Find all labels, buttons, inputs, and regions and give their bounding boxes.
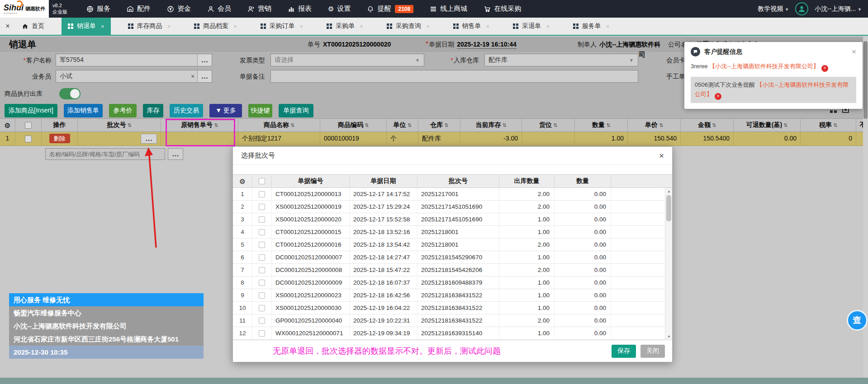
scrollbar-thumb[interactable]: [863, 41, 868, 119]
sort-icon[interactable]: ⇅: [127, 122, 131, 128]
row-checkbox[interactable]: [259, 280, 265, 286]
dialog-settings-cell[interactable]: ⚙: [233, 175, 252, 187]
menu-item-reports[interactable]: 报表: [288, 5, 312, 13]
close-icon[interactable]: ×: [486, 23, 490, 30]
close-icon[interactable]: ×: [659, 151, 664, 161]
column-header[interactable]: 操作 ⇅: [42, 119, 78, 131]
toolbar-button[interactable]: 单据查询: [279, 104, 313, 117]
menu-item-reminders[interactable]: 提醒 2108: [367, 5, 413, 13]
dialog-column-header[interactable]: 数量: [555, 175, 611, 187]
row-checkbox[interactable]: [259, 318, 265, 324]
close-icon[interactable]: ×: [426, 23, 430, 30]
row-checkbox[interactable]: [259, 229, 265, 235]
invoice-type-select[interactable]: 请选择 ▼: [270, 54, 424, 66]
menu-item-service[interactable]: 服务: [86, 5, 110, 13]
dialog-table-row[interactable]: 10 XS00012025120000030 2025-12-19 16:04:…: [233, 302, 672, 314]
menu-item-parts[interactable]: 配件: [127, 5, 151, 13]
sort-icon[interactable]: ⇅: [290, 122, 294, 128]
tab-item[interactable]: 采购订单 ×: [254, 18, 310, 35]
column-header[interactable]: 原销售单号 ⇅: [161, 119, 238, 131]
delete-button[interactable]: 删除: [49, 134, 70, 143]
lookup-ellipsis-button[interactable]: …: [197, 54, 212, 66]
sort-icon[interactable]: ⇅: [444, 122, 448, 128]
dialog-column-header[interactable]: 出库数量: [499, 175, 555, 187]
menu-item-funds[interactable]: 资金: [167, 5, 191, 13]
close-icon[interactable]: ×: [546, 23, 550, 30]
dialog-scrollbar[interactable]: ▲ ▼: [665, 188, 672, 340]
tab-item[interactable]: 库存商品 ×: [122, 18, 177, 35]
toolbar-button[interactable]: 添加销售单: [64, 104, 103, 117]
sort-icon[interactable]: ⇅: [606, 122, 610, 128]
row-checkbox[interactable]: [259, 267, 265, 273]
row-checkbox[interactable]: [259, 305, 265, 311]
tab-item[interactable]: 销退单 ×: [62, 18, 111, 35]
tutorial-video-link[interactable]: 教学视频▼: [758, 5, 789, 13]
dialog-table-row[interactable]: 1 CT00012025120000013 2025-12-17 14:17:5…: [233, 188, 672, 201]
sort-icon[interactable]: ⇅: [365, 122, 369, 128]
user-menu[interactable]: 小沈--上海驷...▼: [815, 5, 862, 13]
column-header[interactable]: 单位 ⇅: [387, 119, 418, 131]
remark-field[interactable]: [270, 70, 638, 83]
column-header[interactable]: 当前库存 ⇅: [460, 119, 522, 131]
clear-icon[interactable]: ×: [188, 73, 197, 80]
salesman-field[interactable]: × …: [56, 70, 212, 83]
toolbar-button[interactable]: ▼ 更多: [209, 104, 242, 117]
menu-item-member[interactable]: 会员: [207, 5, 231, 13]
scroll-up-icon[interactable]: ▲: [665, 188, 672, 194]
outbound-toggle[interactable]: [59, 88, 81, 99]
dialog-table-row[interactable]: 12 WX00012025120000071 2025-12-19 09:34:…: [233, 327, 672, 340]
column-header[interactable]: 仓库 ⇅: [418, 119, 460, 131]
menu-item-marketing[interactable]: 营销: [247, 5, 271, 13]
dialog-table-row[interactable]: 8 DC00012025120000009 2025-12-18 16:07:3…: [233, 276, 672, 289]
close-icon[interactable]: ×: [101, 23, 104, 30]
document-date-field[interactable]: *单据日期2025-12-19 16:10:44: [426, 40, 517, 49]
toolbar-button[interactable]: 快捷键: [248, 104, 272, 117]
remove-badge-icon[interactable]: ×: [715, 93, 721, 100]
select-all-checkbox[interactable]: [25, 122, 32, 129]
close-icon[interactable]: ×: [300, 23, 304, 30]
dialog-table-row[interactable]: 9 XS00012025120000023 2025-12-18 16:42:5…: [233, 289, 672, 302]
avatar[interactable]: [795, 2, 808, 15]
sort-icon[interactable]: ⇅: [553, 122, 557, 128]
dialog-table-row[interactable]: 6 DC00012025120000007 2025-12-18 14:27:4…: [233, 251, 672, 264]
toolbar-button[interactable]: 参考价: [109, 104, 137, 117]
tab-item[interactable]: 服务单 ×: [567, 18, 616, 35]
product-search-input[interactable]: [45, 148, 165, 160]
close-button[interactable]: 关闭: [640, 345, 665, 358]
sort-icon[interactable]: ⇅: [407, 122, 411, 128]
sort-icon[interactable]: ⇅: [214, 122, 218, 128]
column-header[interactable]: 税率 ⇅: [801, 119, 856, 131]
tab-item[interactable]: 销售单 ×: [447, 18, 496, 35]
row-checkbox[interactable]: [259, 216, 265, 223]
customer-input[interactable]: [56, 56, 197, 64]
close-icon[interactable]: ×: [233, 23, 237, 30]
sort-icon[interactable]: ⇅: [659, 122, 663, 128]
scrollbar-thumb[interactable]: [666, 195, 671, 221]
toolbar-button[interactable]: 库存: [143, 104, 163, 117]
row-checkbox[interactable]: [259, 254, 265, 261]
toolbar-button[interactable]: 添加商品[Insert]: [5, 104, 57, 117]
batch-no-cell[interactable]: …: [78, 132, 161, 145]
close-icon[interactable]: ×: [360, 23, 363, 30]
warehouse-select[interactable]: 配件库 ▼: [484, 54, 638, 66]
tab-item[interactable]: 采购单 ×: [320, 18, 370, 35]
float-query-button[interactable]: 查: [847, 310, 868, 331]
row-checkbox[interactable]: [259, 330, 265, 337]
column-header[interactable]: 商品编码 ⇅: [320, 119, 387, 131]
column-header[interactable]: 批次号 ⇅: [78, 119, 161, 131]
row-checkbox[interactable]: [25, 136, 32, 142]
dialog-table-row[interactable]: 11 GP00012025120000040 2025-12-19 10:22:…: [233, 314, 672, 327]
close-icon[interactable]: ×: [852, 47, 856, 56]
scroll-down-icon[interactable]: ▼: [665, 333, 672, 340]
batch-lookup-ellipsis-button[interactable]: …: [141, 134, 157, 144]
column-header[interactable]: 单价 ⇅: [628, 119, 681, 131]
row-checkbox[interactable]: [259, 191, 265, 197]
dialog-column-header[interactable]: 单据日期: [350, 175, 417, 187]
close-all-tabs-icon[interactable]: ×: [0, 18, 15, 35]
close-icon[interactable]: ×: [167, 23, 171, 30]
row-checkbox[interactable]: [259, 242, 265, 248]
column-header[interactable]: 货位 ⇅: [522, 119, 575, 131]
sort-icon[interactable]: ⇅: [833, 122, 837, 128]
dialog-table-row[interactable]: 4 CT00012025120000015 2025-12-18 13:52:1…: [233, 226, 672, 239]
sort-icon[interactable]: ⇅: [783, 122, 787, 128]
